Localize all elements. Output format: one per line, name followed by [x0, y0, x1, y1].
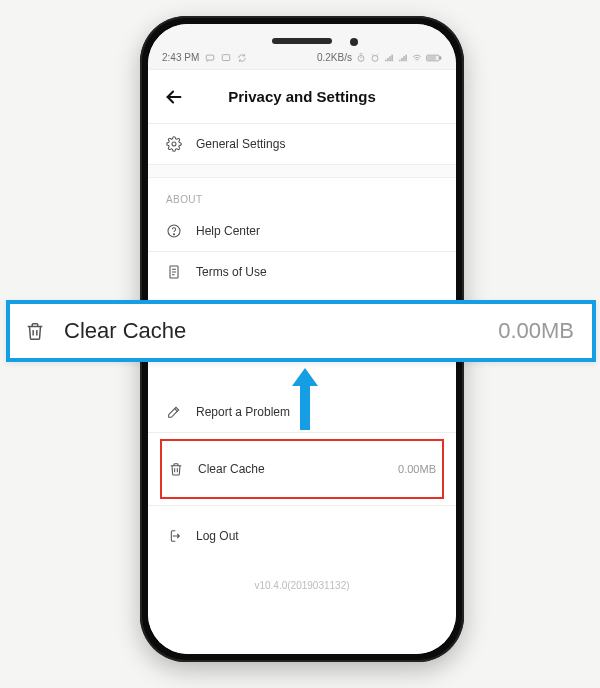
- wifi-icon: [412, 53, 422, 63]
- phone-speaker: [272, 38, 332, 44]
- arrow-up-icon: [290, 364, 320, 434]
- row-log-out[interactable]: Log Out: [148, 516, 456, 556]
- row-label: General Settings: [196, 137, 438, 151]
- svg-point-3: [372, 55, 378, 61]
- svg-rect-6: [428, 56, 436, 59]
- row-terms-of-use[interactable]: Terms of Use: [148, 252, 456, 292]
- row-label: Help Center: [196, 224, 438, 238]
- row-label: Terms of Use: [196, 265, 438, 279]
- status-bar: 2:43 PM 0.2KB/s: [148, 24, 456, 70]
- pointer-arrow: [290, 364, 320, 434]
- svg-rect-5: [440, 56, 441, 58]
- status-time: 2:43 PM: [162, 52, 199, 63]
- section-about-header: ABOUT: [148, 178, 456, 211]
- status-netspeed: 0.2KB/s: [317, 52, 352, 63]
- row-label: Clear Cache: [198, 462, 384, 476]
- row-help-center[interactable]: Help Center: [148, 211, 456, 251]
- app-bar: Privacy and Settings: [148, 70, 456, 124]
- signal2-icon: [398, 53, 408, 63]
- logout-icon: [166, 528, 182, 544]
- chat-icon: [205, 53, 215, 63]
- battery-icon: [426, 53, 442, 63]
- highlight-clear-cache: Clear Cache 0.00MB: [160, 439, 444, 499]
- help-icon: [166, 223, 182, 239]
- row-clear-cache[interactable]: Clear Cache 0.00MB: [168, 449, 436, 489]
- timer-icon: [356, 53, 366, 63]
- document-icon: [166, 264, 182, 280]
- callout-label: Clear Cache: [64, 318, 498, 344]
- svg-rect-0: [207, 55, 215, 60]
- message-icon: [221, 53, 231, 63]
- row-value: 0.00MB: [398, 463, 436, 475]
- sync-icon: [237, 53, 247, 63]
- phone-sensor: [350, 38, 358, 46]
- pencil-icon: [166, 404, 182, 420]
- trash-icon: [168, 461, 184, 477]
- row-general-settings[interactable]: General Settings: [148, 124, 456, 164]
- app-version: v10.4.0(2019031132): [148, 556, 456, 601]
- signal-icon: [384, 53, 394, 63]
- section-divider: [148, 164, 456, 178]
- trash-icon: [24, 320, 46, 342]
- back-button[interactable]: [160, 83, 188, 111]
- callout-value: 0.00MB: [498, 318, 574, 344]
- svg-point-9: [173, 234, 174, 235]
- page-title: Privacy and Settings: [228, 88, 376, 105]
- svg-rect-1: [223, 54, 231, 60]
- gear-icon: [166, 136, 182, 152]
- svg-point-7: [172, 142, 176, 146]
- alarm-icon: [370, 53, 380, 63]
- row-label: Log Out: [196, 529, 438, 543]
- callout-clear-cache: Clear Cache 0.00MB: [6, 300, 596, 362]
- back-arrow-icon: [163, 86, 185, 108]
- divider: [148, 505, 456, 506]
